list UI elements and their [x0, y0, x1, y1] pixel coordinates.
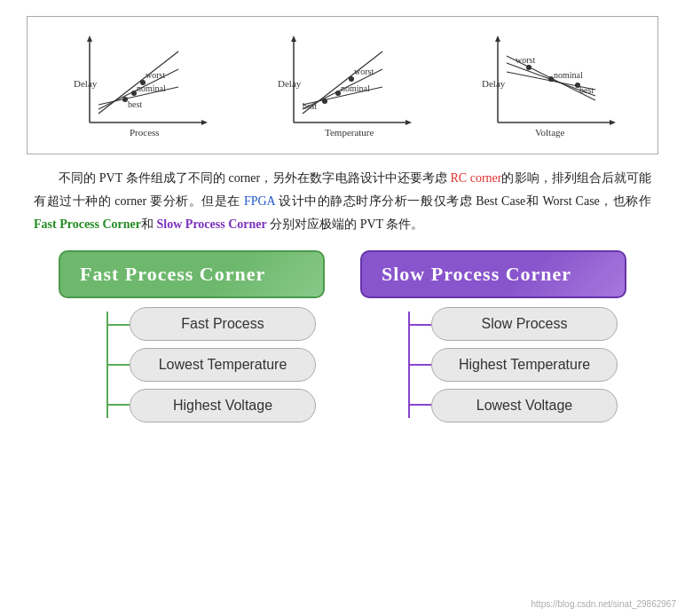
- svg-marker-3: [201, 120, 208, 125]
- svg-marker-2: [87, 36, 92, 42]
- svg-text:worst: worst: [516, 55, 535, 65]
- slow-corner-header: Slow Process Corner: [360, 250, 626, 298]
- svg-text:nominal: nominal: [554, 70, 583, 80]
- temperature-chart-svg: worst nominal best Delay Temperature: [267, 29, 418, 145]
- fast-corner-header: Fast Process Corner: [59, 250, 325, 298]
- highest-voltage-item: Highest Voltage: [130, 389, 316, 423]
- process-chart-svg: worst nominal best Delay Process: [63, 29, 214, 145]
- corner-diagram: Fast Process Corner Fast Process Lowest …: [27, 250, 658, 423]
- svg-marker-17: [291, 36, 296, 42]
- process-chart: worst nominal best Delay Process: [50, 29, 227, 145]
- slow-corner-group: Slow Process Corner Slow Process Highest…: [342, 250, 644, 423]
- watermark: https://blog.csdn.net/sinat_29862967: [531, 599, 676, 609]
- svg-point-35: [526, 65, 531, 70]
- pvt-diagram: worst nominal best Delay Process worst: [27, 16, 658, 154]
- svg-text:worst: worst: [146, 70, 165, 80]
- fast-items-list: Fast Process Lowest Temperature Highest …: [130, 307, 325, 423]
- slow-process-item: Slow Process: [431, 307, 618, 341]
- lowest-temperature-item: Lowest Temperature: [130, 348, 316, 382]
- svg-text:best: best: [303, 101, 317, 111]
- fast-process-item: Fast Process: [130, 307, 316, 341]
- svg-text:Delay: Delay: [482, 78, 506, 89]
- svg-text:Delay: Delay: [278, 78, 302, 89]
- svg-marker-33: [610, 120, 616, 125]
- svg-text:Temperature: Temperature: [325, 127, 374, 138]
- fast-corner-group: Fast Process Corner Fast Process Lowest …: [41, 250, 342, 423]
- slow-corner-text: Slow Process Corner: [157, 217, 267, 231]
- fpga-text: FPGA: [244, 194, 275, 208]
- svg-text:Process: Process: [130, 127, 160, 138]
- svg-text:Voltage: Voltage: [535, 127, 565, 138]
- lowest-voltage-item: Lowest Voltage: [431, 389, 618, 423]
- svg-marker-18: [405, 120, 412, 125]
- svg-point-20: [349, 76, 354, 82]
- svg-text:best: best: [579, 85, 594, 95]
- fast-corner-text: Fast Process Corner: [34, 217, 141, 231]
- temperature-chart: worst nominal best Delay Temperature: [254, 29, 431, 145]
- slow-items-list: Slow Process Highest Temperature Lowest …: [431, 307, 626, 423]
- highest-temperature-item: Highest Temperature: [431, 348, 618, 382]
- svg-text:Delay: Delay: [74, 78, 98, 89]
- rc-corner-text: RC corner: [450, 171, 501, 185]
- svg-text:best: best: [128, 99, 142, 109]
- svg-marker-32: [495, 36, 500, 42]
- svg-text:nominal: nominal: [341, 83, 370, 93]
- fast-connector-area: Fast Process Lowest Temperature Highest …: [59, 307, 325, 423]
- slow-corner-title: Slow Process Corner: [382, 263, 571, 285]
- voltage-chart-svg: worst nominal best Delay Voltage: [471, 29, 622, 145]
- slow-connector-area: Slow Process Highest Temperature Lowest …: [360, 307, 626, 423]
- svg-point-26: [322, 99, 327, 104]
- fast-corner-title: Fast Process Corner: [80, 263, 265, 285]
- svg-text:nominal: nominal: [137, 83, 166, 93]
- voltage-chart: worst nominal best Delay Voltage: [458, 29, 635, 145]
- description-paragraph: 不同的 PVT 条件组成了不同的 corner，另外在数字电路设计中还要考虑 R…: [34, 167, 651, 236]
